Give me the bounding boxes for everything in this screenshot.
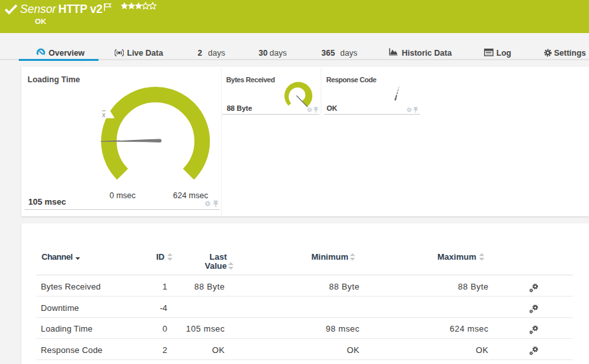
svg-text:x: x: [102, 111, 106, 119]
